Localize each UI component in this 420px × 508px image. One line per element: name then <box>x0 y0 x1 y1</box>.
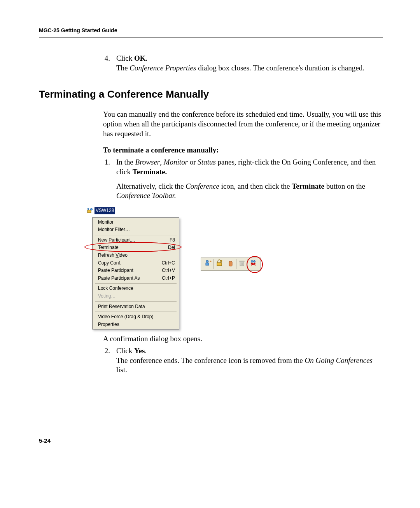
svg-point-1 <box>91 208 93 210</box>
t: Yes <box>134 347 145 355</box>
menu-item-shortcut: Ctrl+P <box>162 275 175 282</box>
procedure-lead: To terminate a conference manually: <box>103 145 383 155</box>
t: In the <box>116 158 135 166</box>
hold-button[interactable] <box>225 259 236 269</box>
new-participant-icon: + <box>205 259 212 269</box>
text: . <box>145 54 147 62</box>
header-rule <box>39 37 383 38</box>
menu-item[interactable]: Monitor <box>93 219 179 226</box>
t: Terminate <box>292 182 324 190</box>
t: Browser <box>135 158 160 166</box>
t: , <box>160 158 164 166</box>
svg-rect-9 <box>240 261 244 262</box>
page-number: 5-24 <box>39 437 383 444</box>
context-menu-figure: VSW128 MonitorMonitor Filter…New Partici… <box>87 207 179 329</box>
menu-item-label: Monitor Filter… <box>98 227 130 233</box>
menu-item-shortcut: Del <box>168 245 175 251</box>
menu-separator <box>95 283 177 284</box>
t: button on the <box>324 182 365 190</box>
step1-after: A confirmation dialog box opens. <box>103 334 383 344</box>
menu-item-shortcut: F8 <box>170 237 175 243</box>
terminate-button[interactable] <box>248 259 259 269</box>
new-participant-button[interactable]: + <box>203 259 214 269</box>
t: Click <box>116 347 134 355</box>
svg-rect-0 <box>88 210 91 213</box>
menu-item[interactable]: TerminateDel <box>93 244 179 252</box>
menu-item-label: Copy Conf. <box>98 260 121 266</box>
menu-item: Voting… <box>93 293 179 300</box>
figure-row: VSW128 MonitorMonitor Filter…New Partici… <box>87 207 383 329</box>
t: On Going Conferences <box>304 356 373 364</box>
t: list. <box>116 366 127 374</box>
menu-separator <box>95 301 177 302</box>
menu-item[interactable]: Paste ParticipantCtrl+V <box>93 267 179 275</box>
svg-point-2 <box>88 208 89 210</box>
text-bold: OK <box>134 54 146 62</box>
svg-rect-4 <box>206 263 209 265</box>
menu-item[interactable]: New Participant…F8 <box>93 236 179 244</box>
menu-item[interactable]: Properties <box>93 321 179 329</box>
menu-item-label: Print Reservation Data <box>98 304 145 310</box>
tree-node[interactable]: VSW128 <box>87 207 115 214</box>
step2-body: Click Yes. The conference ends. The conf… <box>116 346 383 375</box>
menu-item[interactable]: Lock Conference <box>93 285 179 293</box>
conference-icon <box>87 208 93 214</box>
text: Click <box>116 54 134 62</box>
running-head: MGC-25 Getting Started Guide <box>39 27 383 33</box>
menu-separator <box>95 235 177 235</box>
menu-item-label: New Participant… <box>98 237 135 243</box>
svg-point-13 <box>254 260 256 262</box>
svg-point-3 <box>206 260 208 263</box>
step-number: 4. <box>103 54 110 73</box>
menu-item-label: Lock Conference <box>98 286 133 292</box>
menu-item[interactable]: Paste Participant AsCtrl+P <box>93 275 179 282</box>
svg-rect-6 <box>217 263 222 266</box>
section-intro: You can manually end the conference befo… <box>103 110 383 138</box>
section-heading: Terminating a Conference Manually <box>39 88 383 100</box>
context-menu[interactable]: MonitorMonitor Filter…New Participant…F8… <box>92 217 179 330</box>
t: Conference <box>186 182 219 190</box>
t: Conference Toolbar. <box>116 191 176 200</box>
svg-point-12 <box>251 260 253 262</box>
svg-point-7 <box>220 260 222 262</box>
toolbar-figure: + <box>201 258 261 271</box>
conference-toolbar: + <box>201 258 261 271</box>
menu-item-label: Refresh Video <box>98 252 128 259</box>
menu-item[interactable]: Video Force (Drag & Drop) <box>93 313 179 321</box>
text: The <box>116 64 130 72</box>
delete-icon <box>238 259 245 269</box>
menu-item[interactable]: Copy Conf.Ctrl+C <box>93 259 179 267</box>
t: Terminate. <box>133 168 167 176</box>
menu-item[interactable]: Refresh Video <box>93 252 179 259</box>
t: or <box>188 158 198 166</box>
menu-item[interactable]: Print Reservation Data <box>93 303 179 311</box>
t: The conference ends. The conference icon… <box>116 356 304 364</box>
step4-body: Click OK. The Conference Properties dial… <box>116 54 364 73</box>
t: . <box>145 347 147 355</box>
menu-item-label: Paste Participant <box>98 268 133 274</box>
menu-item-label: Monitor <box>98 219 114 226</box>
step-number: 1. <box>103 158 110 201</box>
svg-text:+: + <box>210 259 212 263</box>
text: dialog box closes. The conference's dura… <box>196 64 364 72</box>
menu-item[interactable]: Monitor Filter… <box>93 226 179 234</box>
tree-node-label: VSW128 <box>94 207 115 214</box>
t: Status <box>198 158 215 166</box>
menu-item-shortcut: Ctrl+C <box>162 260 175 266</box>
menu-separator <box>95 312 177 312</box>
lock-conference-button[interactable] <box>214 259 225 269</box>
menu-item-label: Terminate <box>98 245 119 251</box>
hold-icon <box>227 259 234 269</box>
menu-item-label: Paste Participant As <box>98 275 140 282</box>
menu-item-label: Properties <box>98 322 119 328</box>
svg-rect-8 <box>240 262 244 266</box>
lock-conference-icon <box>216 259 223 269</box>
text-italic: Conference Properties <box>130 64 196 72</box>
t: Alternatively, click the <box>116 182 186 190</box>
delete-button <box>236 259 248 269</box>
t: Monitor <box>164 158 188 166</box>
t: icon, and then click the <box>219 182 292 190</box>
menu-item-label: Video Force (Drag & Drop) <box>98 314 154 320</box>
menu-item-shortcut: Ctrl+V <box>162 268 175 274</box>
terminate-icon <box>250 259 257 269</box>
